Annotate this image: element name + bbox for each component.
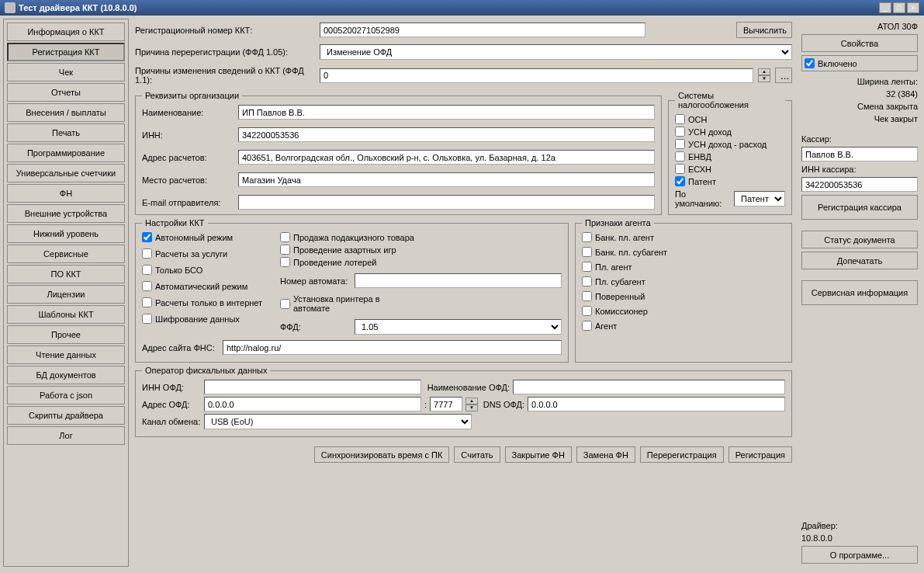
- kkt-col1-checkbox-4[interactable]: [142, 297, 152, 307]
- agent-checkbox-3[interactable]: [582, 276, 592, 286]
- tax-checkbox-0[interactable]: [675, 114, 685, 124]
- properties-button[interactable]: Свойства: [801, 34, 918, 52]
- spin-up-icon[interactable]: ▲: [758, 68, 770, 75]
- action-button-4[interactable]: Перерегистрация: [640, 446, 724, 463]
- ofd-port-input[interactable]: [430, 397, 462, 412]
- tax-checkbox-4[interactable]: [675, 164, 685, 174]
- kkt-col2-checkbox-2[interactable]: [280, 257, 290, 267]
- spin-down-icon[interactable]: ▼: [465, 405, 478, 412]
- nav-item-6[interactable]: Программирование: [7, 144, 125, 162]
- cashier-inn-input[interactable]: [801, 177, 918, 192]
- ofd-inn-input[interactable]: [204, 380, 421, 394]
- ofd-channel-select[interactable]: USB (EoU): [204, 414, 472, 429]
- nav-item-13[interactable]: Лицензии: [7, 285, 125, 304]
- app-icon: [5, 2, 16, 13]
- nav-item-0[interactable]: Информация о ККТ: [7, 23, 125, 41]
- enabled-checkbox[interactable]: [805, 58, 815, 68]
- agent-checkbox-2[interactable]: [582, 262, 592, 272]
- nav-item-8[interactable]: ФН: [7, 184, 125, 203]
- kkt-col1-checkbox-3[interactable]: [142, 281, 152, 291]
- tax-checkbox-2[interactable]: [675, 139, 685, 149]
- org-place-input[interactable]: [238, 172, 655, 187]
- action-button-0[interactable]: Синхронизировать время с ПК: [314, 446, 450, 463]
- org-addr-label: Адрес расчетов:: [142, 153, 232, 162]
- kkt-col1-checkbox-0[interactable]: [142, 232, 152, 242]
- tax-checkbox-3[interactable]: [675, 151, 685, 161]
- rereg-reason-select[interactable]: Изменение ОФД: [320, 44, 792, 60]
- nav-item-14[interactable]: Шаблоны ККТ: [7, 305, 125, 324]
- agent-checkbox-1[interactable]: [582, 247, 592, 257]
- nav-item-15[interactable]: Прочее: [7, 325, 125, 344]
- printer-checkbox[interactable]: [280, 299, 290, 309]
- org-addr-input[interactable]: [238, 150, 655, 165]
- register-cashier-button[interactable]: Регистрация кассира: [801, 195, 918, 220]
- automat-input[interactable]: [355, 273, 562, 288]
- action-button-5[interactable]: Регистрация: [728, 446, 792, 463]
- agent-checkbox-5[interactable]: [582, 306, 592, 316]
- agent-checkbox-6[interactable]: [582, 321, 592, 331]
- doc-status-button[interactable]: Статус документа: [801, 231, 918, 248]
- change-reason-spinner[interactable]: ▲ ▼: [758, 68, 770, 82]
- ofd-addr-input[interactable]: [204, 397, 421, 412]
- ofd-dns-input[interactable]: [528, 397, 785, 412]
- kkt-col1-checkbox-2[interactable]: [142, 265, 152, 275]
- maximize-button[interactable]: □: [893, 2, 905, 13]
- reg-num-input[interactable]: [320, 23, 645, 37]
- nav-item-18[interactable]: Работа с json: [7, 386, 125, 405]
- action-button-2[interactable]: Закрытие ФН: [505, 446, 572, 463]
- tax-default-select[interactable]: Патент: [734, 191, 785, 207]
- reprint-button[interactable]: Допечатать: [801, 252, 918, 269]
- change-reason-browse-button[interactable]: ...: [775, 68, 792, 83]
- org-email-input[interactable]: [238, 195, 655, 210]
- about-button[interactable]: О программе...: [801, 546, 918, 564]
- nav-item-2[interactable]: Чек: [7, 63, 125, 82]
- nav-item-4[interactable]: Внесения / выплаты: [7, 103, 125, 122]
- spin-up-icon[interactable]: ▲: [465, 398, 478, 405]
- nav-item-17[interactable]: БД документов: [7, 366, 125, 384]
- action-button-1[interactable]: Считать: [454, 446, 500, 463]
- agent-label-0: Банк. пл. агент: [595, 233, 654, 242]
- agent-checkbox-0[interactable]: [582, 232, 592, 242]
- kkt-col2-checkbox-0[interactable]: [280, 232, 290, 242]
- fns-input[interactable]: [223, 340, 562, 355]
- org-name-input[interactable]: [238, 105, 655, 120]
- kkt-col2-checkbox-1[interactable]: [280, 245, 290, 255]
- nav-item-16[interactable]: Чтение данных: [7, 346, 125, 364]
- ofd-name-input[interactable]: [513, 380, 785, 394]
- nav-item-9[interactable]: Внешние устройства: [7, 204, 125, 223]
- kkt-legend: Настройки ККТ: [142, 218, 208, 227]
- tax-label-0: ОСН: [688, 115, 707, 124]
- spin-down-icon[interactable]: ▼: [758, 75, 770, 82]
- tax-label-2: УСН доход - расход: [688, 140, 767, 149]
- nav-item-19[interactable]: Скрипты драйвера: [7, 406, 125, 425]
- shift-status: Смена закрыта: [801, 102, 918, 111]
- ffd-select[interactable]: 1.05: [355, 319, 562, 335]
- nav-item-11[interactable]: Сервисные: [7, 245, 125, 263]
- nav-item-20[interactable]: Лог: [7, 426, 125, 445]
- nav-item-12[interactable]: ПО ККТ: [7, 265, 125, 283]
- tax-fieldset: Системы налогообложения ОСНУСН доходУСН …: [668, 91, 792, 215]
- calculate-button[interactable]: Вычислить: [736, 22, 792, 38]
- nav-item-1[interactable]: Регистрация ККТ: [7, 43, 125, 61]
- nav-item-5[interactable]: Печать: [7, 123, 125, 142]
- nav-item-7[interactable]: Универсальные счетчики: [7, 164, 125, 182]
- kkt-col1-checkbox-5[interactable]: [142, 314, 152, 324]
- kkt-col2-label-0: Продажа подакцизного товара: [293, 233, 414, 242]
- service-info-button[interactable]: Сервисная информация: [801, 280, 918, 305]
- org-inn-input[interactable]: [238, 127, 655, 142]
- cashier-input[interactable]: [801, 147, 918, 161]
- tax-checkbox-1[interactable]: [675, 127, 685, 137]
- close-button[interactable]: ×: [907, 2, 919, 13]
- org-name-label: Наименование:: [142, 108, 232, 117]
- tax-checkbox-5[interactable]: [675, 176, 685, 186]
- action-button-3[interactable]: Замена ФН: [576, 446, 635, 463]
- kkt-col1-checkbox-1[interactable]: [142, 248, 152, 259]
- nav-item-10[interactable]: Нижний уровень: [7, 224, 125, 243]
- agent-checkbox-4[interactable]: [582, 291, 592, 301]
- ofd-port-spinner[interactable]: ▲ ▼: [465, 398, 478, 412]
- nav-item-3[interactable]: Отчеты: [7, 83, 125, 102]
- minimize-button[interactable]: _: [879, 2, 891, 13]
- ffd-label: ФФД:: [280, 322, 351, 332]
- change-reason-input[interactable]: [320, 68, 753, 83]
- agent-label-5: Комиссионер: [595, 307, 648, 316]
